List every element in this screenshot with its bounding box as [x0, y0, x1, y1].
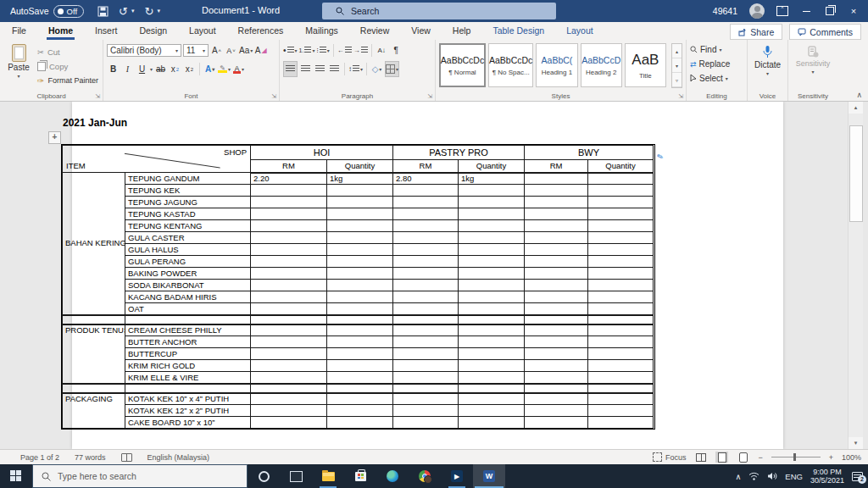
styles-dialog-launcher-icon[interactable]: ⇲	[678, 93, 683, 100]
cut-button[interactable]: ✂Cut	[37, 46, 98, 58]
separator-cell[interactable]	[393, 384, 459, 393]
value-cell[interactable]	[588, 232, 654, 244]
value-cell[interactable]	[588, 173, 654, 185]
value-cell[interactable]	[393, 197, 459, 208]
value-cell[interactable]	[393, 220, 459, 232]
value-cell[interactable]	[459, 405, 525, 417]
value-cell[interactable]	[393, 348, 459, 360]
separator-cell[interactable]	[63, 315, 125, 324]
value-cell[interactable]	[459, 256, 525, 268]
value-cell[interactable]	[588, 405, 654, 417]
zoom-slider[interactable]	[771, 457, 821, 458]
replace-button[interactable]: ⇄ Replace	[690, 57, 743, 71]
undo-dropdown-icon[interactable]: ▾	[131, 8, 135, 14]
movies-tv-button[interactable]: ▶	[441, 464, 473, 488]
item-name-cell[interactable]: TEPUNG JAGUNG	[125, 197, 251, 208]
value-cell[interactable]	[588, 417, 654, 429]
separator-cell[interactable]	[327, 384, 393, 393]
find-button[interactable]: Find▾	[690, 42, 743, 57]
restore-button[interactable]	[824, 6, 836, 16]
value-cell[interactable]	[459, 268, 525, 280]
zoom-out-icon[interactable]: −	[758, 453, 762, 462]
vertical-scrollbar[interactable]: ▴ ▾	[848, 102, 863, 449]
numbering-button[interactable]: 1.▾	[299, 43, 315, 58]
proofing-icon[interactable]	[121, 453, 132, 462]
item-name-cell[interactable]: KACANG BADAM HIRIS	[125, 291, 251, 303]
value-cell[interactable]	[393, 303, 459, 315]
highlight-button[interactable]: ✎▾	[218, 62, 231, 76]
item-name-cell[interactable]: GULA PERANG	[125, 256, 251, 268]
shop-header[interactable]: PASTRY PRO	[393, 146, 525, 160]
item-name-cell[interactable]: CAKE BOARD 10” x 10”	[125, 417, 251, 429]
paragraph-dialog-launcher-icon[interactable]: ⇲	[427, 93, 432, 100]
subheader-cell[interactable]: RM	[251, 160, 327, 173]
item-name-cell[interactable]: BUTTERCUP	[125, 348, 251, 360]
chrome-button[interactable]	[409, 464, 441, 488]
style-no-spacing[interactable]: AaBbCcDc¶ No Spac...	[488, 43, 533, 87]
value-cell[interactable]	[251, 244, 327, 256]
value-cell[interactable]	[251, 417, 327, 429]
print-layout-button[interactable]	[715, 452, 728, 463]
item-name-cell[interactable]: TEPUNG GANDUM	[125, 173, 251, 185]
subscript-button[interactable]: x2	[169, 62, 181, 76]
style-normal[interactable]: AaBbCcDc¶ Normal	[439, 43, 486, 87]
clock[interactable]: 9:00 PM 30/5/2021	[810, 468, 844, 485]
tab-view[interactable]: View	[411, 23, 431, 39]
align-right-button[interactable]	[314, 62, 326, 76]
paste-button[interactable]: Paste ▾	[3, 42, 34, 90]
value-cell[interactable]	[459, 185, 525, 197]
separator-cell[interactable]	[393, 315, 459, 324]
line-spacing-button[interactable]: ↕▾	[348, 62, 363, 76]
value-cell[interactable]	[525, 417, 588, 429]
shop-header[interactable]: HOI	[251, 146, 393, 160]
style-title[interactable]: AaBTitle	[625, 43, 666, 87]
item-name-cell[interactable]: TEPUNG KASTAD	[125, 208, 251, 220]
share-button[interactable]: Share	[730, 24, 782, 40]
value-cell[interactable]: 1kg	[459, 173, 525, 185]
file-explorer-button[interactable]	[312, 464, 344, 488]
value-cell[interactable]	[459, 372, 525, 384]
user-id[interactable]: 49641	[713, 6, 737, 16]
redo-icon[interactable]: ↻	[144, 6, 153, 17]
read-mode-button[interactable]	[694, 452, 707, 463]
font-dialog-launcher-icon[interactable]: ⇲	[271, 93, 276, 100]
value-cell[interactable]	[327, 197, 393, 208]
quick-access-customize-icon[interactable]: ▾	[157, 8, 160, 14]
item-name-cell[interactable]: TEPUNG KENTANG	[125, 220, 251, 232]
value-cell[interactable]	[459, 232, 525, 244]
scroll-up-icon[interactable]: ▴	[849, 102, 863, 114]
align-left-button[interactable]	[283, 61, 298, 77]
borders-button[interactable]: ▾	[385, 61, 399, 77]
item-name-cell[interactable]: CREAM CHEESE PHILLY	[125, 324, 251, 336]
value-cell[interactable]	[525, 360, 588, 372]
separator-cell[interactable]	[588, 315, 654, 324]
value-cell[interactable]	[525, 280, 588, 291]
value-cell[interactable]	[525, 303, 588, 315]
value-cell[interactable]	[459, 244, 525, 256]
value-cell[interactable]	[525, 208, 588, 220]
value-cell[interactable]	[251, 405, 327, 417]
value-cell[interactable]	[251, 185, 327, 197]
value-cell[interactable]	[459, 197, 525, 208]
value-cell[interactable]	[393, 291, 459, 303]
bold-button[interactable]: B	[107, 62, 120, 76]
value-cell[interactable]	[251, 232, 327, 244]
increase-indent-button[interactable]: →	[353, 43, 368, 58]
value-cell[interactable]	[393, 393, 459, 405]
superscript-button[interactable]: x2	[183, 62, 196, 76]
item-name-cell[interactable]: KOTAK KEK 12” x 2” PUTIH	[125, 405, 251, 417]
value-cell[interactable]	[251, 303, 327, 315]
clear-formatting-button[interactable]: A◢	[254, 43, 267, 58]
value-cell[interactable]	[393, 244, 459, 256]
focus-mode-button[interactable]: Focus	[653, 452, 687, 462]
value-cell[interactable]	[251, 268, 327, 280]
value-cell[interactable]	[393, 405, 459, 417]
font-size-combo[interactable]: 11▾	[183, 44, 209, 57]
separator-cell[interactable]	[125, 315, 251, 324]
value-cell[interactable]	[525, 291, 588, 303]
input-language[interactable]: ENG	[785, 472, 803, 481]
value-cell[interactable]	[588, 372, 654, 384]
copy-button[interactable]: Copy	[37, 60, 98, 73]
value-cell[interactable]	[588, 360, 654, 372]
language-indicator[interactable]: English (Malaysia)	[147, 453, 210, 462]
